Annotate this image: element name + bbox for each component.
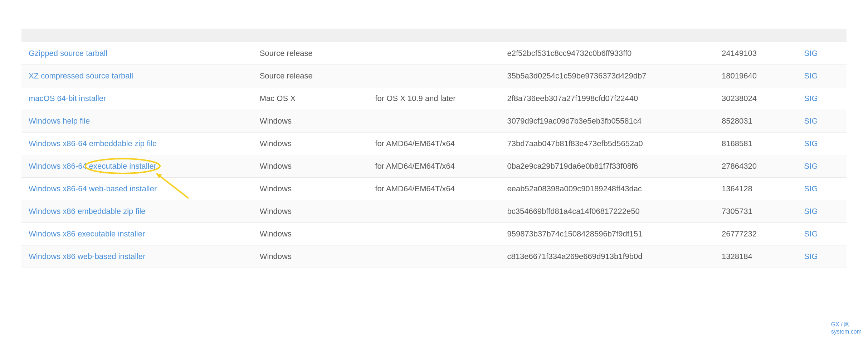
- gpg-cell: SIG: [797, 178, 847, 200]
- gpg-cell: SIG: [797, 223, 847, 245]
- size-cell: 26777232: [715, 223, 797, 245]
- version-link[interactable]: Windows x86 embeddable zip file: [29, 207, 146, 216]
- version-annotated-text: executable installer: [89, 162, 156, 171]
- sig-link[interactable]: SIG: [804, 207, 818, 216]
- description-cell: for OS X 10.9 and later: [368, 87, 500, 110]
- sig-link[interactable]: SIG: [804, 49, 818, 58]
- version-cell: Gzipped source tarball: [21, 42, 253, 65]
- version-link[interactable]: XZ compressed source tarball: [29, 71, 133, 80]
- table-row: macOS 64-bit installerMac OS Xfor OS X 1…: [21, 87, 847, 110]
- version-cell: Windows x86 web-based installer: [21, 245, 253, 268]
- md5-cell: e2f52bcf531c8cc94732c0b6ff933ff0: [500, 42, 715, 65]
- table-row: Windows x86-64 embeddable zip fileWindow…: [21, 133, 847, 155]
- files-table-container: Gzipped source tarballSource releasee2f5…: [21, 29, 847, 268]
- size-cell: 24149103: [715, 42, 797, 65]
- description-cell: [368, 223, 500, 245]
- os-cell: Windows: [253, 155, 368, 178]
- header-gpg: [797, 29, 847, 42]
- version-link[interactable]: Windows x86 web-based installer: [29, 252, 146, 261]
- version-link[interactable]: Windows x86-64 web-based installer: [29, 184, 157, 193]
- version-link[interactable]: macOS 64-bit installer: [29, 94, 106, 103]
- size-cell: 8528031: [715, 110, 797, 133]
- description-cell: for AMD64/EM64T/x64: [368, 155, 500, 178]
- version-cell: Windows help file: [21, 110, 253, 133]
- version-link[interactable]: Windows x86 executable installer: [29, 229, 145, 238]
- version-cell: Windows x86 executable installer: [21, 223, 253, 245]
- gpg-cell: SIG: [797, 245, 847, 268]
- os-cell: Windows: [253, 245, 368, 268]
- header-size: [715, 29, 797, 42]
- gpg-cell: SIG: [797, 110, 847, 133]
- md5-cell: c813e6671f334a269e669d913b1f9b0d: [500, 245, 715, 268]
- md5-cell: bc354669bffd81a4ca14f06817222e50: [500, 200, 715, 223]
- md5-cell: 73bd7aab047b81f83e473efb5d5652a0: [500, 133, 715, 155]
- gpg-cell: SIG: [797, 87, 847, 110]
- description-cell: [368, 200, 500, 223]
- version-cell: Windows x86-64 executable installer: [21, 155, 253, 178]
- description-cell: [368, 110, 500, 133]
- header-description: [368, 29, 500, 42]
- version-link[interactable]: Windows x86-64 embeddable zip file: [29, 139, 157, 148]
- table-row: Windows x86-64 executable installerWindo…: [21, 155, 847, 178]
- size-cell: 30238024: [715, 87, 797, 110]
- size-cell: 18019640: [715, 65, 797, 87]
- sig-link[interactable]: SIG: [804, 94, 818, 103]
- table-row: Windows x86 executable installerWindows9…: [21, 223, 847, 245]
- sig-link[interactable]: SIG: [804, 229, 818, 238]
- version-link[interactable]: Gzipped source tarball: [29, 49, 107, 58]
- version-prefix: Windows x86-64: [29, 162, 89, 171]
- table-row: XZ compressed source tarballSource relea…: [21, 65, 847, 87]
- sig-link[interactable]: SIG: [804, 116, 818, 125]
- header-os: [253, 29, 368, 42]
- version-cell: XZ compressed source tarball: [21, 65, 253, 87]
- gpg-cell: SIG: [797, 155, 847, 178]
- sig-link[interactable]: SIG: [804, 162, 818, 171]
- header-version: [21, 29, 253, 42]
- version-cell: Windows x86-64 embeddable zip file: [21, 133, 253, 155]
- files-table: Gzipped source tarballSource releasee2f5…: [21, 29, 847, 268]
- os-cell: Windows: [253, 110, 368, 133]
- md5-cell: 959873b37b74c1508428596b7f9df151: [500, 223, 715, 245]
- gpg-cell: SIG: [797, 200, 847, 223]
- os-cell: Windows: [253, 200, 368, 223]
- size-cell: 1364128: [715, 178, 797, 200]
- sig-link[interactable]: SIG: [804, 71, 818, 80]
- md5-cell: 35b5a3d0254c1c59be9736373d429db7: [500, 65, 715, 87]
- size-cell: 8168581: [715, 133, 797, 155]
- description-cell: [368, 245, 500, 268]
- sig-link[interactable]: SIG: [804, 139, 818, 148]
- md5-cell: 2f8a736eeb307a27f1998cfd07f22440: [500, 87, 715, 110]
- header-md5: [500, 29, 715, 42]
- table-row: Windows x86 web-based installerWindowsc8…: [21, 245, 847, 268]
- os-cell: Mac OS X: [253, 87, 368, 110]
- description-cell: for AMD64/EM64T/x64: [368, 133, 500, 155]
- os-cell: Windows: [253, 223, 368, 245]
- version-cell: Windows x86 embeddable zip file: [21, 200, 253, 223]
- md5-cell: eeab52a08398a009c90189248ff43dac: [500, 178, 715, 200]
- table-row: Windows help fileWindows3079d9cf19ac09d7…: [21, 110, 847, 133]
- sig-link[interactable]: SIG: [804, 252, 818, 261]
- description-cell: [368, 42, 500, 65]
- table-header-row: [21, 29, 847, 42]
- table-row: Windows x86 embeddable zip fileWindowsbc…: [21, 200, 847, 223]
- description-cell: [368, 65, 500, 87]
- size-cell: 7305731: [715, 200, 797, 223]
- os-cell: Windows: [253, 133, 368, 155]
- table-row: Gzipped source tarballSource releasee2f5…: [21, 42, 847, 65]
- gpg-cell: SIG: [797, 133, 847, 155]
- os-cell: Windows: [253, 178, 368, 200]
- table-row: Windows x86-64 web-based installerWindow…: [21, 178, 847, 200]
- size-cell: 1328184: [715, 245, 797, 268]
- version-link[interactable]: Windows x86-64 executable installer: [29, 162, 156, 171]
- gpg-cell: SIG: [797, 65, 847, 87]
- sig-link[interactable]: SIG: [804, 184, 818, 193]
- version-cell: macOS 64-bit installer: [21, 87, 253, 110]
- md5-cell: 0ba2e9ca29b719da6e0b81f7f33f08f6: [500, 155, 715, 178]
- size-cell: 27864320: [715, 155, 797, 178]
- os-cell: Source release: [253, 42, 368, 65]
- gpg-cell: SIG: [797, 42, 847, 65]
- version-link[interactable]: Windows help file: [29, 116, 90, 125]
- description-cell: for AMD64/EM64T/x64: [368, 178, 500, 200]
- md5-cell: 3079d9cf19ac09d7b3e5eb3fb05581c4: [500, 110, 715, 133]
- os-cell: Source release: [253, 65, 368, 87]
